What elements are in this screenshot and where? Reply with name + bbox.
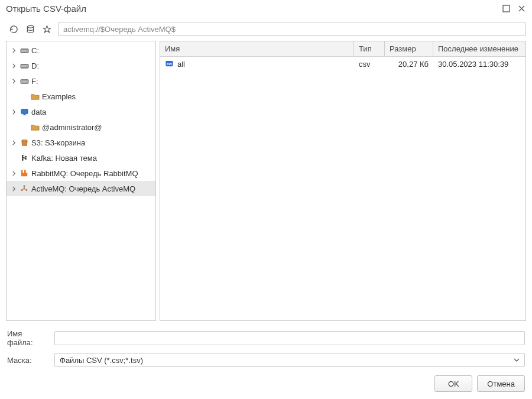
tree-item[interactable]: C: bbox=[7, 43, 155, 58]
title-bar: Открыть CSV-файл bbox=[0, 0, 532, 20]
s3-icon bbox=[20, 138, 29, 147]
tree-panel: C:D:F:Examplesdata@administrator@S3: S3-… bbox=[6, 41, 156, 321]
tree-item[interactable]: RabbitMQ: Очередь RabbitMQ bbox=[7, 166, 155, 181]
tree-item[interactable]: Examples bbox=[7, 89, 155, 104]
svg-rect-13 bbox=[22, 115, 26, 115]
expand-caret-icon[interactable] bbox=[10, 171, 17, 176]
folder-icon bbox=[30, 92, 40, 101]
expand-caret-icon[interactable] bbox=[10, 63, 17, 69]
expand-caret-icon[interactable] bbox=[10, 48, 17, 53]
table-header: Имя Тип Размер Последнее изменение bbox=[160, 41, 525, 57]
file-panel: Имя Тип Размер Последнее изменение csval… bbox=[160, 41, 526, 321]
database-icon[interactable] bbox=[25, 24, 35, 34]
host-icon bbox=[20, 107, 29, 116]
mask-row: Маска: Файлы CSV (*.csv;*.tsv) bbox=[7, 353, 525, 367]
table-body: csvallcsv20,27 Кб30.05.2023 11:30:39 bbox=[160, 57, 525, 320]
tree-item[interactable]: ActiveMQ: Очередь ActiveMQ bbox=[7, 181, 155, 196]
file-size: 20,27 Кб bbox=[385, 60, 433, 69]
tree-item-label: Examples bbox=[42, 92, 76, 101]
tree-item-label: ActiveMQ: Очередь ActiveMQ bbox=[31, 184, 135, 193]
svg-text:csv: csv bbox=[167, 62, 173, 66]
expand-caret-icon[interactable] bbox=[10, 140, 17, 145]
tree-item-label: S3: S3-корзина bbox=[31, 138, 85, 147]
svg-point-4 bbox=[26, 50, 27, 51]
svg-point-10 bbox=[26, 81, 27, 82]
window-title: Открыть CSV-файл bbox=[6, 4, 495, 14]
drive-icon bbox=[20, 76, 29, 86]
maximize-icon[interactable] bbox=[501, 4, 511, 14]
svg-point-14 bbox=[21, 140, 27, 141]
svg-rect-12 bbox=[23, 113, 25, 115]
expand-caret-icon[interactable] bbox=[10, 186, 17, 192]
svg-rect-11 bbox=[21, 109, 27, 113]
col-header-name[interactable]: Имя bbox=[160, 41, 354, 56]
col-header-type[interactable]: Тип bbox=[354, 41, 385, 56]
tree-item-label: data bbox=[31, 108, 46, 116]
col-header-size[interactable]: Размер bbox=[385, 41, 433, 56]
tree-item[interactable]: F: bbox=[7, 73, 155, 89]
svg-point-7 bbox=[26, 66, 27, 67]
activemq-icon bbox=[20, 184, 29, 193]
path-input[interactable] bbox=[58, 22, 526, 36]
csv-file-icon: csv bbox=[165, 60, 174, 69]
filename-label: Имя файла: bbox=[7, 329, 48, 347]
tree-item-label: RabbitMQ: Очередь RabbitMQ bbox=[31, 169, 138, 178]
filename-row: Имя файла: bbox=[7, 329, 525, 347]
main-area: C:D:F:Examplesdata@administrator@S3: S3-… bbox=[0, 41, 532, 326]
filename-input[interactable] bbox=[54, 331, 525, 345]
cancel-button[interactable]: Отмена bbox=[477, 375, 525, 392]
drive-icon bbox=[20, 46, 29, 55]
file-modified: 30.05.2023 11:30:39 bbox=[433, 60, 525, 69]
tree-item-label: C: bbox=[31, 46, 39, 55]
file-name: all bbox=[177, 60, 185, 69]
toolbar bbox=[0, 20, 532, 41]
tree-item[interactable]: D: bbox=[7, 58, 155, 73]
rabbitmq-icon bbox=[20, 168, 29, 178]
col-header-modified[interactable]: Последнее изменение bbox=[433, 41, 525, 56]
close-icon[interactable] bbox=[517, 4, 526, 14]
svg-rect-0 bbox=[503, 5, 510, 12]
expand-caret-icon[interactable] bbox=[10, 109, 17, 115]
tree-item[interactable]: Kafka: Новая тема bbox=[7, 150, 155, 166]
tree-item-label: Kafka: Новая тема bbox=[31, 154, 97, 163]
form-area: Имя файла: Маска: Файлы CSV (*.csv;*.tsv… bbox=[0, 326, 532, 369]
refresh-icon[interactable] bbox=[8, 24, 19, 34]
kafka-icon bbox=[20, 153, 29, 163]
mask-label: Маска: bbox=[7, 356, 48, 365]
tree-item[interactable]: S3: S3-корзина bbox=[7, 135, 155, 150]
tree-item[interactable]: @administrator@ bbox=[7, 119, 155, 135]
tree-item-label: @administrator@ bbox=[42, 123, 102, 132]
table-row[interactable]: csvallcsv20,27 Кб30.05.2023 11:30:39 bbox=[160, 57, 525, 71]
tree-item[interactable]: data bbox=[7, 104, 155, 119]
mask-value: Файлы CSV (*.csv;*.tsv) bbox=[60, 356, 514, 365]
star-icon[interactable] bbox=[41, 24, 52, 34]
expand-caret-icon[interactable] bbox=[10, 79, 17, 84]
folder-icon bbox=[30, 122, 40, 132]
mask-select[interactable]: Файлы CSV (*.csv;*.tsv) bbox=[54, 353, 525, 367]
ok-button[interactable]: OK bbox=[434, 375, 472, 392]
file-type: csv bbox=[354, 60, 385, 69]
tree-item-label: D: bbox=[31, 61, 39, 70]
tree-item-label: F: bbox=[31, 77, 38, 86]
dialog-buttons: OK Отмена bbox=[0, 369, 532, 399]
drive-icon bbox=[20, 61, 29, 70]
svg-point-1 bbox=[27, 25, 33, 28]
chevron-down-icon bbox=[514, 357, 520, 363]
